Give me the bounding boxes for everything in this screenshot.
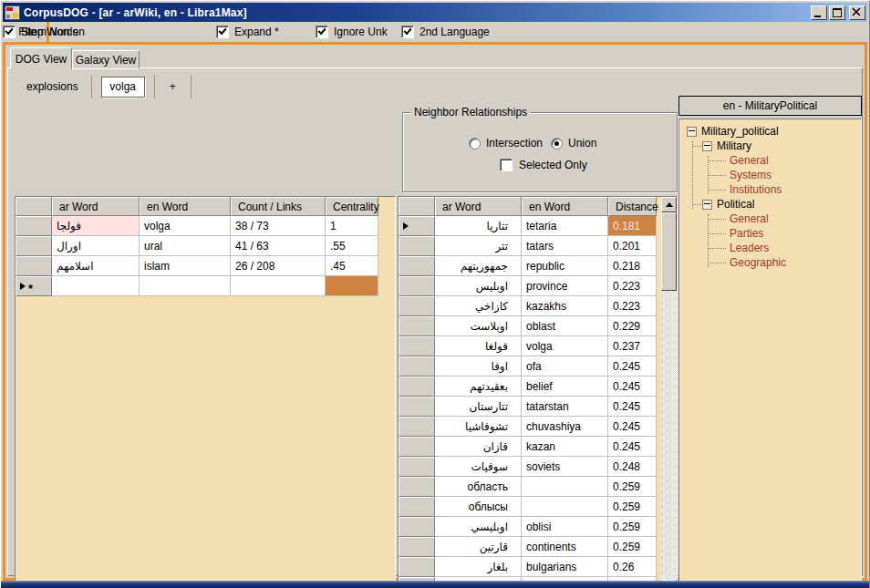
row-header[interactable] xyxy=(399,417,435,437)
cell-en-word[interactable]: bulgarians xyxy=(522,557,608,577)
cell-distance[interactable]: 0.26 xyxy=(608,557,657,577)
cell-ar-word[interactable]: قارتين xyxy=(435,537,522,557)
cell-distance[interactable]: 0.259 xyxy=(608,497,657,517)
tree-collapse-icon[interactable] xyxy=(702,141,712,151)
tab-galaxy-view[interactable]: Galaxy View xyxy=(72,50,140,69)
tree-node-label[interactable]: Systems xyxy=(730,169,772,181)
cell-en-word[interactable]: kazan xyxy=(522,437,608,457)
cell-en-word[interactable]: islam xyxy=(140,256,231,276)
cell-ar-word[interactable]: اسلامهم xyxy=(52,256,140,276)
cell-en-word[interactable]: ural xyxy=(140,236,231,256)
cell-en-word[interactable]: oblisi xyxy=(522,517,608,537)
cell-count-links[interactable] xyxy=(231,276,326,296)
row-header[interactable] xyxy=(399,236,435,256)
cell-distance[interactable]: 0.259 xyxy=(608,477,657,497)
menu-toggle[interactable]: Stem Non en xyxy=(3,25,85,39)
category-header-button[interactable]: en - MilitaryPolitical xyxy=(678,96,862,116)
tree-node-label[interactable]: General xyxy=(730,212,769,225)
tree-node-label[interactable]: Leaders xyxy=(730,242,769,254)
row-header[interactable] xyxy=(399,557,435,577)
cell-ar-word[interactable]: قازان xyxy=(435,437,522,457)
row-header[interactable] xyxy=(399,276,435,296)
tree-node[interactable]: Parties xyxy=(679,226,861,241)
tree-node-label[interactable]: Military xyxy=(717,139,751,152)
cell-ar-word[interactable]: область xyxy=(435,477,522,497)
col-header-en-word[interactable]: en Word xyxy=(522,197,608,216)
tree-node[interactable]: Military xyxy=(679,139,861,153)
cell-count-links[interactable]: 26 / 208 xyxy=(231,256,326,276)
radio-union[interactable]: Union xyxy=(551,137,596,150)
cell-distance[interactable]: 0.201 xyxy=(608,236,657,256)
cell-en-word[interactable]: tetaria xyxy=(522,216,608,236)
maximize-button[interactable] xyxy=(829,5,845,20)
cell-ar-word[interactable]: اوبلاست xyxy=(435,316,522,336)
cell-ar-word[interactable]: اورال xyxy=(52,236,140,256)
row-header[interactable] xyxy=(399,377,435,397)
cell-distance[interactable]: 0.248 xyxy=(608,457,657,477)
cell-en-word[interactable] xyxy=(522,477,608,497)
tree-node-label[interactable]: Geographic xyxy=(730,256,786,269)
row-header[interactable] xyxy=(16,216,52,236)
col-header-ar-word[interactable]: ar Word xyxy=(435,197,522,216)
tree-node[interactable]: Leaders xyxy=(679,241,861,255)
cell-en-word[interactable]: oblast xyxy=(522,316,608,336)
menu-toggle[interactable]: Ignore Unk xyxy=(316,25,388,39)
menu-toggle[interactable]: Expand * xyxy=(216,25,279,39)
tab-dog-view[interactable]: DOG View xyxy=(10,47,72,69)
subtab-add[interactable]: + xyxy=(155,80,191,93)
scrollbar-thumb[interactable] xyxy=(661,212,677,291)
vertical-scrollbar[interactable] xyxy=(661,197,677,588)
tree-node-label[interactable]: Political xyxy=(717,198,754,211)
cell-centrality[interactable]: 1 xyxy=(326,216,378,236)
cell-en-word[interactable]: kazakhs xyxy=(522,296,608,316)
tree-collapse-icon[interactable] xyxy=(687,127,697,137)
tree-node-label[interactable]: General xyxy=(730,154,769,167)
cell-distance[interactable]: 0.223 xyxy=(608,276,657,296)
cell-en-word[interactable]: continents xyxy=(522,537,608,557)
cell-distance[interactable]: 0.259 xyxy=(608,517,657,537)
cell-distance[interactable]: 0.237 xyxy=(608,336,657,356)
radio-intersection[interactable]: Intersection xyxy=(469,137,543,150)
cell-ar-word[interactable]: بلغار xyxy=(435,557,522,577)
cell-count-links[interactable]: 41 / 63 xyxy=(231,236,326,256)
cell-distance[interactable]: 0.245 xyxy=(608,377,657,397)
row-header[interactable] xyxy=(399,437,435,457)
cell-ar-word[interactable]: تشوفاشيا xyxy=(435,417,522,437)
cell-centrality[interactable]: .45 xyxy=(326,256,378,276)
row-header[interactable] xyxy=(16,236,52,256)
cell-en-word[interactable]: volga xyxy=(522,336,608,356)
cell-ar-word[interactable]: بعقيدتهم xyxy=(435,377,522,397)
tree-node[interactable]: General xyxy=(679,153,861,168)
cell-ar-word[interactable]: اوبليس xyxy=(435,276,522,296)
cell-ar-word[interactable] xyxy=(52,276,140,296)
cell-en-word[interactable]: tatarstan xyxy=(522,397,608,417)
cell-en-word[interactable]: volga xyxy=(140,216,231,236)
tree-collapse-icon[interactable] xyxy=(702,200,712,210)
tree-node[interactable]: Institutions xyxy=(679,182,861,197)
cell-ar-word[interactable]: جمهوريتهم xyxy=(435,256,522,276)
cell-distance[interactable]: 0.223 xyxy=(608,296,657,316)
subtab-volga-selected[interactable]: volga xyxy=(101,77,145,98)
cell-en-word[interactable] xyxy=(522,497,608,517)
cell-distance[interactable]: 0.259 xyxy=(608,537,657,557)
tree-node[interactable]: Geographic xyxy=(679,255,861,270)
cell-ar-word[interactable]: облысы xyxy=(435,497,522,517)
cell-ar-word[interactable]: اوبليسي xyxy=(435,517,522,537)
tree-node[interactable]: General xyxy=(679,211,861,226)
cell-en-word[interactable]: soviets xyxy=(522,457,608,477)
col-header-centrality[interactable]: Centrality xyxy=(326,197,378,216)
cell-count-links[interactable]: 38 / 73 xyxy=(231,216,326,236)
row-header[interactable] xyxy=(399,537,435,557)
cell-ar-word[interactable]: تتاريا xyxy=(435,216,522,236)
col-header-count-links[interactable]: Count / Links xyxy=(231,197,326,216)
cell-distance[interactable]: 0.245 xyxy=(608,417,657,437)
cell-ar-word[interactable]: تتر xyxy=(435,236,522,256)
cell-centrality[interactable]: .55 xyxy=(326,236,378,256)
minimize-button[interactable] xyxy=(811,5,827,20)
tree-node[interactable]: Military_political xyxy=(679,124,861,139)
tree-node-label[interactable]: Parties xyxy=(730,227,763,240)
row-header[interactable] xyxy=(399,457,435,477)
scroll-up-button[interactable] xyxy=(661,197,677,212)
cell-centrality-selected[interactable] xyxy=(326,276,378,296)
tree-node[interactable]: Systems xyxy=(679,168,861,182)
